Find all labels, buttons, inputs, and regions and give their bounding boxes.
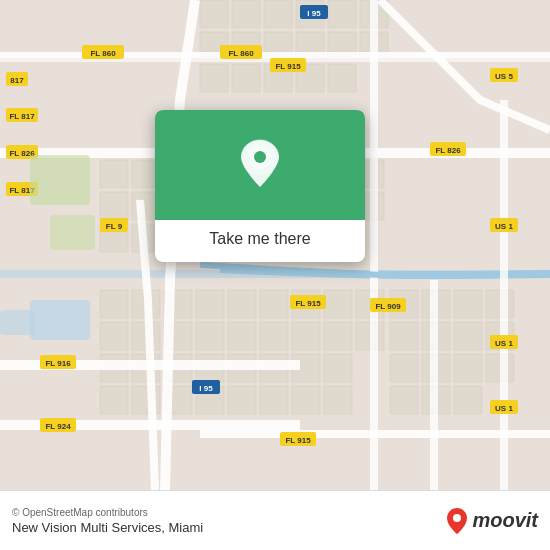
svg-rect-50	[196, 290, 224, 318]
location-pin-icon	[235, 135, 285, 195]
moovit-pin-icon	[446, 507, 468, 535]
svg-text:FL 915: FL 915	[295, 299, 321, 308]
svg-point-152	[453, 514, 461, 522]
svg-text:FL 9: FL 9	[106, 222, 123, 231]
svg-rect-16	[200, 64, 228, 92]
business-name: New Vision Multi Services, Miami	[12, 520, 203, 535]
svg-rect-85	[390, 322, 418, 350]
svg-rect-17	[232, 64, 260, 92]
svg-text:US 1: US 1	[495, 339, 513, 348]
moovit-logo: moovit	[446, 507, 538, 535]
take-me-there-button[interactable]: Take me there	[155, 220, 365, 262]
svg-text:FL 817: FL 817	[9, 112, 35, 121]
svg-rect-77	[228, 386, 256, 414]
svg-text:FL 909: FL 909	[375, 302, 401, 311]
svg-text:US 1: US 1	[495, 222, 513, 231]
svg-rect-80	[324, 386, 352, 414]
svg-rect-147	[50, 215, 95, 250]
popup-card: Take me there	[155, 110, 365, 262]
map-container: FL 860 FL 860 I 95 I 95 FL 826 FL 826 81…	[0, 0, 550, 490]
svg-rect-89	[390, 354, 418, 382]
svg-rect-6	[264, 0, 292, 28]
svg-text:FL 860: FL 860	[90, 49, 116, 58]
svg-text:FL 915: FL 915	[285, 436, 311, 445]
svg-rect-78	[260, 386, 288, 414]
svg-rect-8	[328, 0, 356, 28]
svg-rect-21	[100, 160, 128, 188]
svg-point-151	[254, 151, 266, 163]
svg-text:US 1: US 1	[495, 404, 513, 413]
svg-rect-56	[100, 322, 128, 350]
svg-rect-20	[328, 64, 356, 92]
svg-rect-59	[196, 322, 224, 350]
svg-rect-30	[100, 192, 128, 220]
svg-rect-87	[454, 322, 482, 350]
svg-rect-51	[228, 290, 256, 318]
svg-text:FL 860: FL 860	[228, 49, 254, 58]
svg-rect-95	[454, 386, 482, 414]
svg-rect-146	[30, 155, 90, 205]
svg-rect-102	[370, 0, 378, 490]
svg-text:817: 817	[10, 76, 24, 85]
svg-text:FL 924: FL 924	[45, 422, 71, 431]
svg-rect-63	[324, 322, 352, 350]
svg-rect-83	[454, 290, 482, 318]
svg-rect-4	[200, 0, 228, 28]
svg-rect-47	[100, 290, 128, 318]
svg-rect-52	[260, 290, 288, 318]
svg-text:I 95: I 95	[307, 9, 321, 18]
moovit-text: moovit	[472, 509, 538, 532]
svg-rect-103	[430, 280, 438, 490]
svg-rect-3	[0, 310, 35, 335]
svg-rect-79	[292, 386, 320, 414]
popup-green-area	[155, 110, 365, 220]
svg-text:FL 826: FL 826	[435, 146, 461, 155]
svg-rect-72	[324, 354, 352, 382]
bottom-bar: © OpenStreetMap contributors New Vision …	[0, 490, 550, 550]
svg-rect-5	[232, 0, 260, 28]
svg-text:FL 915: FL 915	[275, 62, 301, 71]
svg-rect-61	[260, 322, 288, 350]
svg-rect-93	[390, 386, 418, 414]
svg-rect-54	[324, 290, 352, 318]
svg-text:FL 916: FL 916	[45, 359, 71, 368]
svg-rect-104	[500, 100, 508, 490]
svg-text:US 5: US 5	[495, 72, 513, 81]
svg-rect-73	[100, 386, 128, 414]
svg-rect-91	[454, 354, 482, 382]
svg-rect-62	[292, 322, 320, 350]
svg-rect-60	[228, 322, 256, 350]
attribution-text: © OpenStreetMap contributors	[12, 507, 203, 518]
svg-rect-2	[30, 300, 90, 340]
svg-text:I 95: I 95	[199, 384, 213, 393]
